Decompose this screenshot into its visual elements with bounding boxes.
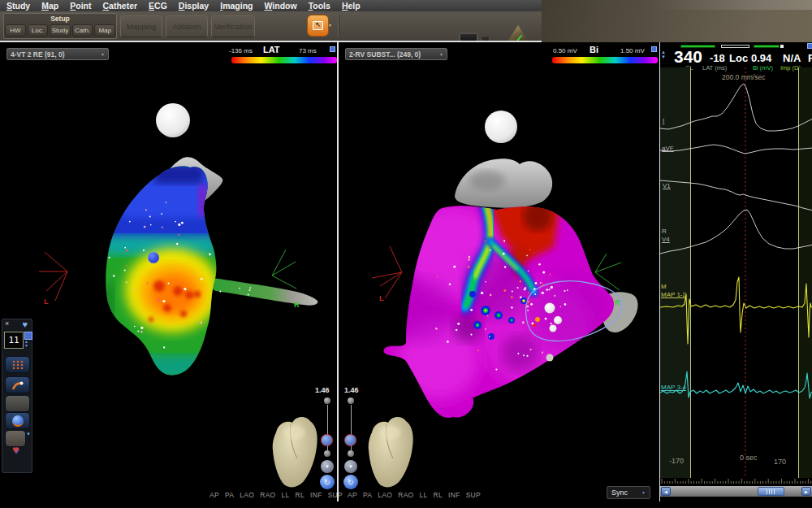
chevron-down-icon: ▼ [101,52,105,57]
chevron-down-icon: ▼ [325,464,330,469]
right-slider-top-knob[interactable] [348,397,354,404]
verification-mode-button[interactable]: Verification [211,15,255,37]
lat-color-scale-bar[interactable] [231,57,337,63]
ori-pa[interactable]: PA [363,491,372,499]
left-rotate-button[interactable]: ↻ [320,475,335,489]
setup-study-button[interactable]: Study [50,24,71,37]
menu-help[interactable]: Help [342,1,361,11]
ori-ap[interactable]: AP [209,491,219,499]
left-orientation-buttons: AP PA LAO RAO LL RL INF SUP [209,491,343,499]
right-slider-bottom-knob[interactable] [348,450,354,457]
wf-move-button[interactable]: + [676,69,689,82]
menu-imaging[interactable]: Imaging [220,1,253,11]
stat-imp-value: N/A [783,52,801,64]
tag-dropdown-chevron-icon[interactable]: ▼ [26,432,31,436]
palette-heart-icon[interactable]: ♥ [22,319,28,329]
catheter-tool-button[interactable] [5,376,30,393]
right-rotate-button[interactable]: ↻ [343,475,358,489]
lead-label-v4[interactable]: V4 [662,236,670,243]
reference-heart-left[interactable] [273,417,317,488]
bi-map-mesh[interactable] [378,111,646,424]
lead-label-map34[interactable]: MAP 3-4 [661,384,686,391]
bi-color-scale-bar[interactable] [552,57,658,63]
ablation-mode-button[interactable]: Ablation [166,15,208,37]
lead-label-avf[interactable]: aVF [662,145,674,152]
setup-loc-button[interactable]: Loc. [28,24,49,37]
scroll-right-button[interactable]: ▶ [801,487,811,496]
lead-label-v1[interactable]: V1 [663,182,671,189]
menu-window[interactable]: Window [264,1,296,11]
sphere-tool-button[interactable] [5,412,30,429]
map-viewports: L R [0,42,659,501]
time-label-right: 170 [774,458,786,466]
right-collapse-button[interactable]: ▼ [344,460,357,473]
scrollbar-thumb[interactable] [758,487,784,496]
left-slider-top-knob[interactable] [324,397,330,404]
menu-study[interactable]: Study [6,1,30,11]
point-number-field[interactable]: 11 [4,332,24,349]
selected-point-sphere [148,252,159,263]
left-zoom-value: 1.46 [315,386,330,394]
scroll-left-button[interactable]: ◀ [661,487,671,496]
mapping-mode-button[interactable]: Mapping [120,15,162,37]
ecg-panel-corner-button[interactable] [807,43,812,49]
sync-dropdown[interactable]: Sync ▼ [607,486,650,499]
left-zoom-slider-knob[interactable] [321,434,333,446]
ori-lao[interactable]: LAO [240,491,254,499]
menu-display[interactable]: Display [179,1,209,11]
signal-quality-bar-tip [780,45,784,48]
ori-sup[interactable]: SUP [328,491,343,499]
wf-pan-button[interactable]: ↖ [662,69,675,82]
ori-sup[interactable]: SUP [466,491,481,499]
ori-ll[interactable]: LL [420,491,428,499]
grid-tool-button[interactable] [5,356,30,373]
left-collapse-button[interactable]: ▼ [321,460,334,473]
ori-lao[interactable]: LAO [378,491,392,499]
ori-inf[interactable]: INF [448,491,460,499]
ori-ll[interactable]: LL [282,491,290,499]
menu-tools[interactable]: Tools [309,1,330,11]
ori-inf[interactable]: INF [310,491,322,499]
right-map-selector-label: 2-RV SUBST... (249, 0) [349,50,421,59]
disabled-tool-button[interactable] [5,395,30,412]
ori-pa[interactable]: PA [225,491,234,499]
setup-cath-button[interactable]: Cath. [72,24,93,37]
lead-label-map12[interactable]: MAP 1-2 [661,291,686,298]
menu-point[interactable]: Point [70,1,91,11]
ori-rl[interactable]: RL [434,491,443,499]
setup-hw-button[interactable]: HW [5,24,26,37]
chevron-down-icon: ▼ [641,490,646,495]
lead-label-i[interactable]: I [663,117,664,124]
right-zoom-slider-knob[interactable] [344,434,356,446]
spinner-down-icon[interactable]: ▼ [661,54,666,59]
panel-divider[interactable] [337,42,339,501]
reference-heart-right[interactable] [369,417,413,488]
ori-rl[interactable]: RL [296,491,304,499]
map-select-tool-button[interactable]: ↖ [307,15,329,37]
left-map-selector[interactable]: 4-VT 2 RE (91, 0) ▼ [6,48,109,60]
spinner-down-icon[interactable]: ▼ [24,344,28,348]
ori-rao[interactable]: RAO [260,491,275,499]
right-map-selector[interactable]: 2-RV SUBST... (249, 0) ▼ [345,48,447,60]
point-number-spinner[interactable]: ▲ ▼ [24,340,28,348]
map-3d-scene[interactable]: L R [0,42,659,501]
left-slider-bottom-knob[interactable] [324,450,330,457]
stat-spinner[interactable]: ▲ ▼ [661,50,666,59]
menu-ecg[interactable]: ECG [149,1,167,11]
lat-map-mesh[interactable] [96,103,317,384]
signal-quality-bar-3 [754,45,780,48]
right-panel-corner-button[interactable] [651,46,657,52]
menu-map[interactable]: Map [41,1,58,11]
ori-ap[interactable]: AP [348,491,357,499]
bi-scale-max: 1.50 mV [620,47,645,54]
setup-map-button[interactable]: Map [94,24,115,37]
close-icon[interactable]: × [5,319,9,328]
right-zoom-value: 1.46 [344,386,359,394]
ecg-scrollbar[interactable]: ◀ ▶ [660,486,812,497]
palette-bottom-heart-icon[interactable]: ♥ [12,443,19,456]
select-tool-dropdown-chevron-icon[interactable]: ▼ [328,23,332,28]
ori-rao[interactable]: RAO [398,491,413,499]
menu-catheter[interactable]: Catheter [102,1,137,11]
right-orientation-buttons: AP PA LAO RAO LL RL INF SUP [348,491,481,499]
left-panel-corner-button[interactable] [330,46,335,52]
